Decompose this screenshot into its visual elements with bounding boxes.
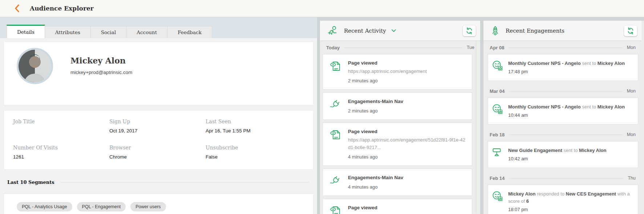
app-header: Audience Explorer (0, 0, 644, 17)
activity-item-body: Page viewedhttps://app.aptrinsic.com/eng… (348, 128, 467, 160)
engagement-item-body: Monthly Customer NPS - Angelo sent to Mi… (508, 103, 626, 119)
activity-item-icon-box (329, 60, 342, 84)
activity-item-time: 2 minutes ago (348, 108, 403, 114)
segments-card: PQL - Analytics UsagePQL - EngagementPow… (4, 194, 313, 214)
activity-scrollbar[interactable] (476, 41, 480, 214)
refresh-engagements-button[interactable] (624, 25, 637, 36)
activity-item: Page viewedhttps://app.aptrinsic.com/eng… (323, 199, 472, 214)
rocket-icon (491, 26, 500, 36)
activity-item-time: 4 minutes ago (348, 154, 467, 160)
activity-list: Page viewedhttps://app.aptrinsic.com/eng… (320, 54, 480, 214)
engagement-item: Mickey Alon responded to New CES Engagem… (488, 185, 638, 214)
recent-engagements-title: Recent Engagements (506, 28, 564, 34)
refresh-icon (465, 27, 473, 34)
tab-social[interactable]: Social (91, 26, 127, 38)
date-group-header: Apr 08Mon (483, 41, 641, 54)
detail-field-value: False (206, 154, 313, 160)
activity-item-url: https://app.aptrinsic.com/engagement (348, 212, 427, 214)
activity-item-body: Page viewedhttps://app.aptrinsic.com/eng… (348, 59, 427, 84)
activity-item-url: https://app.aptrinsic.com/engagement (348, 67, 427, 75)
segments-heading: Last 10 Segments (7, 180, 54, 185)
activity-item: Engagements-Main Nav2 minutes ago (323, 92, 472, 120)
detail-field-label: Sign Up (109, 119, 206, 124)
date-group-header: Today Tue (320, 41, 480, 54)
activity-item: Engagements-Main Nav4 minutes ago (323, 169, 472, 196)
activity-item-icon-box (329, 205, 342, 214)
date-label: Feb 18 (490, 132, 505, 137)
recent-activity-header: Recent Activity (320, 21, 480, 41)
detail-field: Sign UpOct 19, 2017 (109, 119, 206, 134)
recent-engagements-body: Apr 08MonMonthly Customer NPS - Angelo s… (483, 41, 641, 214)
date-label: Today (326, 45, 340, 50)
day-label: Mon (627, 132, 636, 137)
nps-survey-icon (492, 60, 503, 71)
refresh-activity-button[interactable] (463, 25, 476, 36)
activity-item: Page viewedhttps://app.aptrinsic.com/eng… (323, 54, 472, 90)
detail-field-label: Last Seen (206, 119, 313, 124)
divider-line (509, 48, 622, 48)
detail-field-label: Browser (109, 145, 206, 151)
activity-item-time: 4 minutes ago (348, 184, 403, 190)
detail-field-value: 1261 (13, 154, 109, 160)
tab-account[interactable]: Account (126, 26, 167, 38)
date-label: Mar 04 (490, 89, 505, 94)
details-card: Job TitleSign UpOct 19, 2017Last SeenApr… (4, 110, 313, 170)
day-label: Thu (628, 176, 636, 181)
engagement-item-icon-box (492, 147, 503, 162)
divider-line (509, 91, 622, 91)
activity-filter-dropdown[interactable] (391, 29, 396, 32)
detail-field-value: Oct 19, 2017 (109, 128, 206, 134)
detail-field: UnsubscribeFalse (206, 145, 313, 160)
engagement-item-text: Monthly Customer NPS - Angelo sent to Mi… (508, 60, 625, 67)
engagement-item-time: 10:42 am (508, 155, 606, 162)
activity-item-icon-box (329, 174, 342, 190)
detail-field: Number Of Visits1261 (13, 145, 109, 160)
engagement-item-icon-box (492, 60, 503, 75)
activity-item-title: Page viewed (348, 204, 427, 211)
avatar (17, 48, 53, 84)
feature-event-icon (329, 98, 341, 111)
profile-text: Mickey Alon mickey+prod@aptrinsic.com (70, 56, 132, 75)
detail-field-label: Number Of Visits (13, 145, 109, 151)
engagements-scrollbar[interactable] (641, 21, 644, 214)
feature-event-icon (329, 174, 341, 187)
page-viewed-icon (329, 60, 342, 73)
recent-engagements-panel: Recent Engagements Apr 08MonMonthly Cust… (483, 21, 641, 214)
divider-line (60, 182, 309, 182)
engagement-item-time: 10:44 am (508, 112, 625, 119)
engagement-list: Apr 08MonMonthly Customer NPS - Angelo s… (483, 41, 641, 214)
activity-item-body: Engagements-Main Nav2 minutes ago (348, 98, 403, 114)
engagement-item: Monthly Customer NPS - Angelo sent to Mi… (488, 54, 638, 81)
engagement-item: New Guide Engagement sent to Mickey Alon… (488, 141, 638, 168)
activity-item-time: 2 minutes ago (348, 78, 427, 84)
date-group-header: Mar 04Mon (483, 85, 641, 98)
tab-feedback[interactable]: Feedback (167, 26, 212, 38)
engagement-item-time: 17:48 pm (508, 68, 625, 75)
user-activity-icon (327, 26, 338, 36)
engagement-item-icon-box (492, 190, 503, 213)
engagement-item-text: New Guide Engagement sent to Mickey Alon (508, 147, 606, 154)
activity-item: Page viewedhttps://app.aptrinsic.com/eng… (323, 123, 472, 166)
segment-chip[interactable]: Power users (130, 202, 166, 211)
tab-attributes[interactable]: Attributes (45, 26, 91, 38)
activity-item-title: Engagements-Main Nav (348, 174, 403, 181)
detail-field: Job Title (13, 119, 109, 134)
profile-email: mickey+prod@aptrinsic.com (70, 70, 132, 75)
activity-item-title: Engagements-Main Nav (348, 98, 403, 105)
segment-chip[interactable]: PQL - Engagement (77, 202, 126, 211)
divider-line (509, 178, 623, 178)
profile-card: Mickey Alon mickey+prod@aptrinsic.com (4, 42, 313, 105)
recent-activity-title: Recent Activity (344, 28, 386, 34)
detail-field-value: Chrome (109, 154, 206, 160)
engagement-item-text: Monthly Customer NPS - Angelo sent to Mi… (508, 103, 625, 111)
segments-header-row: Last 10 Segments (4, 175, 313, 194)
segment-chip[interactable]: PQL - Analytics Usage (17, 202, 72, 211)
chevron-left-icon (15, 4, 20, 12)
engagement-item-body: New Guide Engagement sent to Mickey Alon… (508, 147, 608, 162)
back-button[interactable] (12, 4, 22, 13)
page-viewed-icon (329, 128, 342, 141)
nps-survey-icon (492, 103, 503, 115)
engagement-item-body: Monthly Customer NPS - Angelo sent to Mi… (508, 60, 626, 75)
detail-field-value (13, 128, 109, 134)
tab-details[interactable]: Details (7, 25, 45, 38)
